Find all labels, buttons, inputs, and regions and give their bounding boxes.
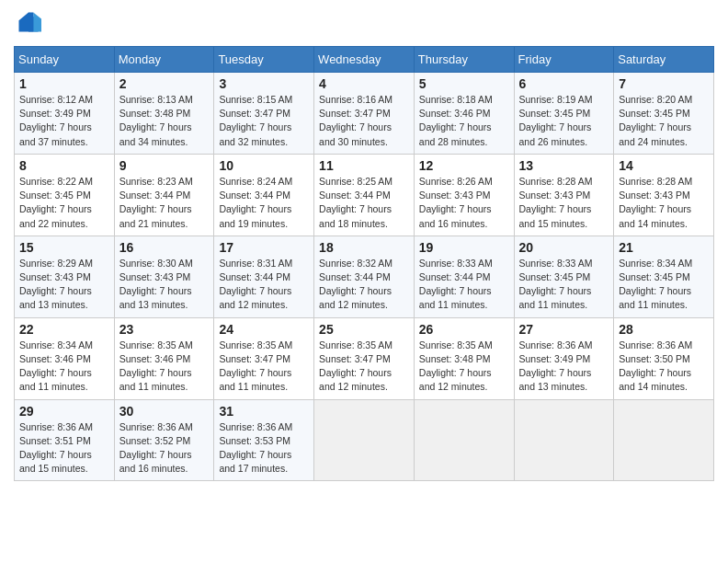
day-number: 24 [219,322,309,337]
calendar-cell: 21 Sunrise: 8:34 AMSunset: 3:45 PMDaylig… [614,236,714,317]
day-info: Sunrise: 8:35 AMSunset: 3:47 PMDaylight:… [219,339,309,395]
column-header-saturday: Saturday [614,47,714,73]
calendar-cell: 2 Sunrise: 8:13 AMSunset: 3:48 PMDayligh… [114,73,214,155]
day-number: 6 [519,76,609,91]
calendar-header-row: SundayMondayTuesdayWednesdayThursdayFrid… [15,47,714,73]
day-info: Sunrise: 8:36 AMSunset: 3:53 PMDaylight:… [219,420,309,477]
calendar-cell: 13 Sunrise: 8:28 AMSunset: 3:43 PMDaylig… [514,154,614,236]
calendar-cell: 23 Sunrise: 8:35 AMSunset: 3:46 PMDaylig… [114,317,214,399]
day-number: 30 [119,404,210,419]
calendar-cell: 4 Sunrise: 8:16 AMSunset: 3:47 PMDayligh… [314,73,415,155]
day-number: 21 [619,240,709,255]
calendar-week-row: 15 Sunrise: 8:29 AMSunset: 3:43 PMDaylig… [15,236,714,317]
calendar-cell: 28 Sunrise: 8:36 AMSunset: 3:50 PMDaylig… [614,317,714,399]
calendar-cell: 27 Sunrise: 8:36 AMSunset: 3:49 PMDaylig… [514,317,614,399]
day-number: 17 [219,240,309,255]
day-info: Sunrise: 8:34 AMSunset: 3:46 PMDaylight:… [19,339,109,395]
day-info: Sunrise: 8:36 AMSunset: 3:49 PMDaylight:… [519,339,609,395]
day-info: Sunrise: 8:13 AMSunset: 3:48 PMDaylight:… [119,93,210,149]
day-number: 8 [19,158,109,173]
day-number: 15 [19,240,109,255]
svg-marker-2 [28,13,33,32]
day-number: 5 [419,76,509,91]
calendar-cell: 10 Sunrise: 8:24 AMSunset: 3:44 PMDaylig… [214,154,314,236]
column-header-thursday: Thursday [414,47,514,73]
calendar-cell: 9 Sunrise: 8:23 AMSunset: 3:44 PMDayligh… [114,154,214,236]
calendar-cell: 19 Sunrise: 8:33 AMSunset: 3:44 PMDaylig… [414,236,514,317]
day-info: Sunrise: 8:36 AMSunset: 3:51 PMDaylight:… [19,420,109,477]
calendar-cell: 3 Sunrise: 8:15 AMSunset: 3:47 PMDayligh… [214,73,314,155]
calendar-cell: 26 Sunrise: 8:35 AMSunset: 3:48 PMDaylig… [414,317,514,399]
day-info: Sunrise: 8:33 AMSunset: 3:45 PMDaylight:… [519,257,609,313]
day-number: 7 [619,76,709,91]
day-info: Sunrise: 8:29 AMSunset: 3:43 PMDaylight:… [19,257,109,313]
calendar-week-row: 29 Sunrise: 8:36 AMSunset: 3:51 PMDaylig… [15,399,714,481]
calendar-cell: 31 Sunrise: 8:36 AMSunset: 3:53 PMDaylig… [214,399,314,481]
column-header-wednesday: Wednesday [314,47,415,73]
day-number: 13 [519,158,609,173]
calendar-cell: 29 Sunrise: 8:36 AMSunset: 3:51 PMDaylig… [15,399,115,481]
calendar-cell: 20 Sunrise: 8:33 AMSunset: 3:45 PMDaylig… [514,236,614,317]
day-info: Sunrise: 8:31 AMSunset: 3:44 PMDaylight:… [219,257,309,313]
calendar-cell: 30 Sunrise: 8:36 AMSunset: 3:52 PMDaylig… [114,399,214,481]
day-info: Sunrise: 8:35 AMSunset: 3:48 PMDaylight:… [419,339,509,395]
calendar-cell: 7 Sunrise: 8:20 AMSunset: 3:45 PMDayligh… [614,73,714,155]
day-info: Sunrise: 8:18 AMSunset: 3:46 PMDaylight:… [419,93,509,149]
day-info: Sunrise: 8:25 AMSunset: 3:44 PMDaylight:… [319,175,409,231]
calendar-week-row: 8 Sunrise: 8:22 AMSunset: 3:45 PMDayligh… [15,154,714,236]
calendar-cell: 25 Sunrise: 8:35 AMSunset: 3:47 PMDaylig… [314,317,415,399]
logo [14,9,45,39]
day-info: Sunrise: 8:36 AMSunset: 3:50 PMDaylight:… [619,339,709,395]
day-info: Sunrise: 8:16 AMSunset: 3:47 PMDaylight:… [319,93,409,149]
day-info: Sunrise: 8:32 AMSunset: 3:44 PMDaylight:… [319,257,409,313]
column-header-tuesday: Tuesday [214,47,314,73]
day-number: 26 [419,322,509,337]
day-info: Sunrise: 8:33 AMSunset: 3:44 PMDaylight:… [419,257,509,313]
calendar-cell [414,399,514,481]
day-number: 23 [119,322,210,337]
day-info: Sunrise: 8:35 AMSunset: 3:46 PMDaylight:… [119,339,210,395]
calendar-table: SundayMondayTuesdayWednesdayThursdayFrid… [14,46,714,481]
day-number: 20 [519,240,609,255]
day-info: Sunrise: 8:35 AMSunset: 3:47 PMDaylight:… [319,339,409,395]
day-number: 19 [419,240,509,255]
day-number: 31 [219,404,309,419]
day-info: Sunrise: 8:26 AMSunset: 3:43 PMDaylight:… [419,175,509,231]
day-info: Sunrise: 8:36 AMSunset: 3:52 PMDaylight:… [119,420,210,477]
day-number: 29 [19,404,109,419]
day-number: 25 [319,322,409,337]
day-number: 14 [619,158,709,173]
calendar-cell: 5 Sunrise: 8:18 AMSunset: 3:46 PMDayligh… [414,73,514,155]
calendar-cell: 24 Sunrise: 8:35 AMSunset: 3:47 PMDaylig… [214,317,314,399]
day-info: Sunrise: 8:28 AMSunset: 3:43 PMDaylight:… [619,175,709,231]
calendar-cell: 17 Sunrise: 8:31 AMSunset: 3:44 PMDaylig… [214,236,314,317]
day-number: 12 [419,158,509,173]
calendar-cell [514,399,614,481]
day-info: Sunrise: 8:19 AMSunset: 3:45 PMDaylight:… [519,93,609,149]
calendar-cell: 12 Sunrise: 8:26 AMSunset: 3:43 PMDaylig… [414,154,514,236]
calendar-cell: 18 Sunrise: 8:32 AMSunset: 3:44 PMDaylig… [314,236,415,317]
calendar-cell: 14 Sunrise: 8:28 AMSunset: 3:43 PMDaylig… [614,154,714,236]
day-number: 16 [119,240,210,255]
calendar-cell: 15 Sunrise: 8:29 AMSunset: 3:43 PMDaylig… [15,236,115,317]
calendar-cell: 1 Sunrise: 8:12 AMSunset: 3:49 PMDayligh… [15,73,115,155]
column-header-monday: Monday [114,47,214,73]
day-number: 3 [219,76,309,91]
day-info: Sunrise: 8:15 AMSunset: 3:47 PMDaylight:… [219,93,309,149]
day-number: 10 [219,158,309,173]
column-header-friday: Friday [514,47,614,73]
day-info: Sunrise: 8:22 AMSunset: 3:45 PMDaylight:… [19,175,109,231]
day-info: Sunrise: 8:24 AMSunset: 3:44 PMDaylight:… [219,175,309,231]
day-info: Sunrise: 8:12 AMSunset: 3:49 PMDaylight:… [19,93,109,149]
day-number: 1 [19,76,109,91]
calendar-week-row: 1 Sunrise: 8:12 AMSunset: 3:49 PMDayligh… [15,73,714,155]
day-info: Sunrise: 8:23 AMSunset: 3:44 PMDaylight:… [119,175,210,231]
day-number: 28 [619,322,709,337]
day-number: 18 [319,240,409,255]
day-info: Sunrise: 8:30 AMSunset: 3:43 PMDaylight:… [119,257,210,313]
page-header [14,9,714,39]
calendar-cell: 16 Sunrise: 8:30 AMSunset: 3:43 PMDaylig… [114,236,214,317]
day-number: 2 [119,76,210,91]
column-header-sunday: Sunday [15,47,115,73]
day-info: Sunrise: 8:20 AMSunset: 3:45 PMDaylight:… [619,93,709,149]
